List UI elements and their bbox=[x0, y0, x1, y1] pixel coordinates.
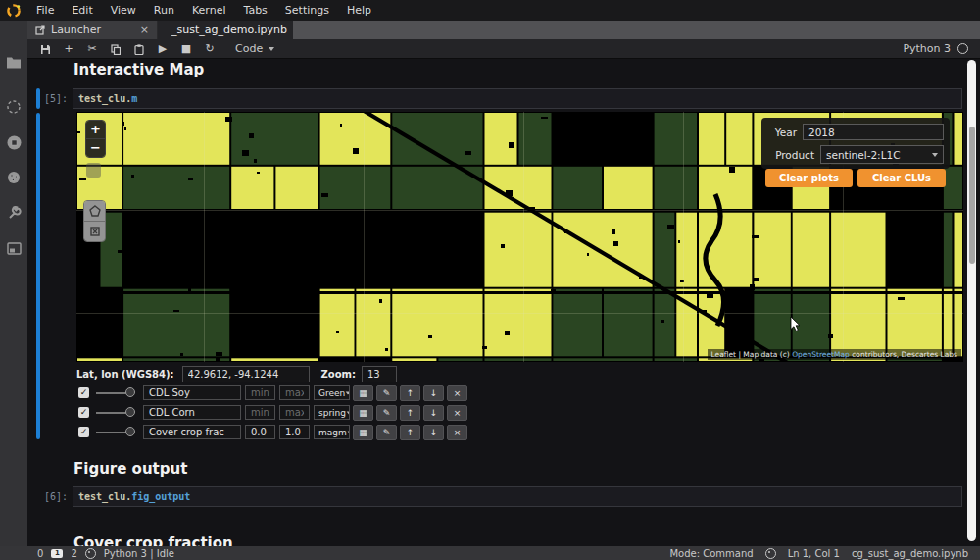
cell-type-dropdown[interactable]: Code bbox=[229, 42, 280, 55]
menu-view[interactable]: View bbox=[102, 0, 145, 21]
menu-kernel[interactable]: Kernel bbox=[183, 0, 235, 21]
terminals-count[interactable]: 0 bbox=[37, 548, 43, 559]
launcher-icon bbox=[35, 25, 45, 35]
interactive-map[interactable]: + − Year Product sentinel-2:L1C bbox=[76, 112, 963, 362]
product-select[interactable]: sentinel-2:L1C bbox=[820, 145, 944, 164]
edit-layer-button[interactable]: ✎ bbox=[376, 385, 397, 401]
open-tabs-icon[interactable] bbox=[0, 236, 27, 260]
running-sessions-icon[interactable] bbox=[0, 95, 27, 119]
delete-shapes-button[interactable] bbox=[84, 221, 105, 241]
left-sidebar bbox=[0, 21, 27, 546]
menu-file[interactable]: File bbox=[27, 0, 63, 21]
colormap-select[interactable]: spring bbox=[314, 405, 350, 420]
menu-settings[interactable]: Settings bbox=[276, 0, 338, 21]
move-layer-down-button[interactable]: ↓ bbox=[423, 425, 444, 440]
code-object: test_clu. bbox=[78, 491, 131, 502]
extensions-icon[interactable] bbox=[0, 166, 27, 189]
layer-max-input[interactable] bbox=[279, 425, 310, 439]
zoom-in-button[interactable]: + bbox=[86, 121, 105, 138]
zoom-label: Zoom: bbox=[321, 369, 356, 380]
edit-layer-button[interactable]: ✎ bbox=[376, 405, 397, 421]
layer-name-input[interactable] bbox=[143, 405, 241, 420]
scrollbar-thumb[interactable] bbox=[969, 127, 975, 264]
layer-row-cover-crop: ✓ magm ▦ ✎ ↑ ↓ × bbox=[76, 424, 467, 440]
menu-run[interactable]: Run bbox=[145, 0, 183, 21]
colormap-select[interactable]: magm bbox=[314, 425, 350, 439]
stop-kernels-icon[interactable] bbox=[0, 130, 27, 154]
zoom-level-input[interactable] bbox=[362, 366, 397, 382]
tools-wrench-icon[interactable] bbox=[0, 201, 27, 225]
product-label: Product bbox=[767, 149, 820, 161]
remove-layer-button[interactable]: × bbox=[447, 425, 467, 440]
remove-layer-button[interactable]: × bbox=[447, 385, 467, 401]
layer-name-input[interactable] bbox=[143, 425, 241, 439]
layer-visible-checkbox[interactable]: ✓ bbox=[78, 387, 89, 398]
autoscale-grid-button[interactable]: ▦ bbox=[353, 425, 373, 440]
tab-launcher[interactable]: Launcher × bbox=[27, 21, 158, 39]
notification-icon[interactable] bbox=[765, 548, 776, 559]
zoom-out-button[interactable]: − bbox=[86, 138, 105, 157]
menu-edit[interactable]: Edit bbox=[63, 0, 101, 21]
code-object: test_clu. bbox=[78, 93, 131, 104]
menu-tabs[interactable]: Tabs bbox=[235, 0, 276, 21]
opacity-slider[interactable] bbox=[96, 427, 135, 437]
layer-max-input[interactable] bbox=[279, 405, 310, 420]
layer-row-cdl-corn: ✓ spring ▦ ✎ ↑ ↓ × bbox=[76, 404, 467, 421]
map-attribution-toggle[interactable] bbox=[86, 163, 101, 178]
slider-knob[interactable] bbox=[125, 427, 135, 436]
cell5-collapser[interactable] bbox=[36, 88, 40, 109]
cut-cells-button[interactable]: ✂ bbox=[80, 39, 104, 58]
move-layer-up-button[interactable]: ↑ bbox=[400, 405, 420, 421]
cell5-output-collapser[interactable] bbox=[36, 113, 40, 439]
opacity-slider[interactable] bbox=[96, 387, 135, 398]
copy-cells-button[interactable] bbox=[104, 39, 127, 58]
layer-name-input[interactable] bbox=[143, 385, 241, 400]
draw-polygon-button[interactable] bbox=[84, 201, 105, 221]
colormap-select[interactable]: Green bbox=[314, 385, 350, 400]
product-value: sentinel-2:L1C bbox=[826, 149, 901, 161]
kernel-status-text[interactable]: Python 3 | Idle bbox=[104, 548, 174, 559]
latlon-input[interactable] bbox=[182, 366, 310, 382]
menu-help[interactable]: Help bbox=[338, 0, 380, 21]
cell6-editor[interactable]: test_clu.fig_output bbox=[73, 486, 962, 507]
interrupt-kernel-button[interactable]: ■ bbox=[174, 39, 198, 58]
kernel-name[interactable]: Python 3 bbox=[903, 42, 951, 55]
slider-knob[interactable] bbox=[125, 387, 135, 397]
restart-kernel-button[interactable]: ↻ bbox=[198, 39, 221, 58]
clear-clus-button[interactable]: Clear CLUs bbox=[858, 169, 946, 187]
remove-layer-button[interactable]: × bbox=[447, 405, 467, 421]
layer-visible-checkbox[interactable]: ✓ bbox=[78, 427, 89, 437]
cell5-editor[interactable]: test_clu.m bbox=[73, 88, 962, 109]
autoscale-grid-button[interactable]: ▦ bbox=[353, 405, 373, 421]
move-layer-down-button[interactable]: ↓ bbox=[423, 405, 444, 421]
save-button[interactable] bbox=[33, 39, 57, 58]
command-mode-indicator[interactable]: Mode: Command bbox=[669, 548, 753, 559]
jupyter-logo bbox=[0, 0, 27, 21]
layer-min-input[interactable] bbox=[245, 385, 275, 400]
run-cell-button[interactable]: ▶ bbox=[151, 39, 174, 58]
autoscale-grid-button[interactable]: ▦ bbox=[353, 385, 373, 401]
tab-notebook[interactable]: _sust_ag_demo.ipynb bbox=[158, 21, 293, 39]
opacity-slider[interactable] bbox=[96, 407, 135, 418]
layer-visible-checkbox[interactable]: ✓ bbox=[78, 407, 89, 418]
edit-layer-button[interactable]: ✎ bbox=[376, 425, 397, 440]
add-cell-button[interactable]: + bbox=[57, 39, 80, 58]
section-title-cover-crop: Cover crop fraction bbox=[74, 535, 233, 546]
layer-max-input[interactable] bbox=[279, 385, 310, 400]
notebook-scrollbar[interactable] bbox=[967, 60, 976, 541]
move-layer-down-button[interactable]: ↓ bbox=[423, 385, 444, 401]
osm-link[interactable]: OpenStreetMap bbox=[792, 350, 850, 359]
layer-row-cdl-soy: ✓ Green ▦ ✎ ↑ ↓ × bbox=[76, 384, 467, 401]
file-browser-icon[interactable] bbox=[0, 50, 27, 74]
year-input[interactable] bbox=[803, 124, 944, 140]
layer-min-input[interactable] bbox=[245, 425, 275, 439]
clear-plots-button[interactable]: Clear plots bbox=[765, 169, 853, 187]
close-icon[interactable]: × bbox=[140, 24, 149, 36]
layer-min-input[interactable] bbox=[245, 405, 275, 420]
paste-cells-button[interactable] bbox=[127, 39, 151, 58]
cursor-position[interactable]: Ln 1, Col 1 bbox=[788, 548, 840, 559]
move-layer-up-button[interactable]: ↑ bbox=[400, 385, 420, 401]
move-layer-up-button[interactable]: ↑ bbox=[400, 425, 420, 440]
slider-knob[interactable] bbox=[125, 407, 135, 417]
kernels-count[interactable]: 2 bbox=[71, 548, 76, 559]
